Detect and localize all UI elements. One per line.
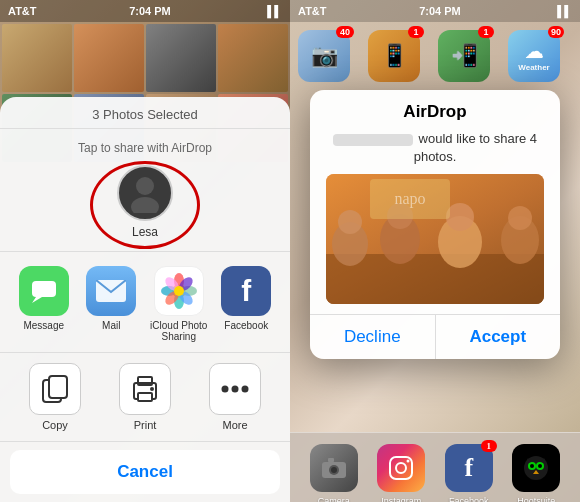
hs-app-2[interactable]: 📱 1 — [368, 30, 420, 82]
facebook-icon[interactable]: f — [221, 266, 271, 316]
action-icons-row: Copy Print — [0, 353, 290, 442]
app-icons-row: Message Mail — [0, 252, 290, 353]
badge-40: 40 — [336, 26, 354, 38]
action-more[interactable]: More — [200, 363, 270, 431]
dock: Camera Instagram f 1 Facebook — [290, 432, 580, 502]
left-phone: AT&T 7:04 PM ▐ ▌ 3 Photos Selected Tap t… — [0, 0, 290, 502]
svg-point-47 — [538, 464, 542, 468]
facebook-badge: 1 — [481, 440, 497, 452]
status-bar-right: AT&T 7:04 PM ▐ ▌ — [290, 0, 580, 22]
svg-point-0 — [136, 177, 154, 195]
hs-app-3[interactable]: 📲 1 — [438, 30, 490, 82]
action-print[interactable]: Print — [110, 363, 180, 431]
instagram-icon — [387, 454, 415, 482]
share-app-facebook[interactable]: f Facebook — [217, 266, 275, 342]
photos-pinwheel-icon — [160, 272, 198, 310]
icloud-photo-icon[interactable] — [154, 266, 204, 316]
message-app-label: Message — [23, 320, 64, 331]
mail-envelope-icon — [96, 280, 126, 302]
airdrop-photo-preview: napo — [326, 174, 544, 304]
mail-app-label: Mail — [102, 320, 120, 331]
dock-hootsuite[interactable]: Hootsuite — [512, 444, 560, 492]
airdrop-dialog: AirDrop would like to share 4 photos. — [310, 90, 560, 359]
svg-rect-19 — [138, 393, 152, 401]
print-label: Print — [134, 419, 157, 431]
message-icon[interactable] — [19, 266, 69, 316]
airdrop-share-message: would like to share 4 photos. — [414, 131, 537, 164]
more-icon-box[interactable] — [209, 363, 261, 415]
print-icon-box[interactable] — [119, 363, 171, 415]
status-bar-left: AT&T 7:04 PM ▐ ▌ — [0, 0, 290, 22]
dock-camera[interactable]: Camera — [310, 444, 358, 492]
hs-app-1[interactable]: 📷 40 — [298, 30, 350, 82]
svg-rect-2 — [32, 281, 56, 297]
photo-thumb[interactable] — [2, 24, 72, 92]
decline-button[interactable]: Decline — [310, 315, 436, 359]
share-app-mail[interactable]: Mail — [82, 266, 140, 342]
dock-instagram[interactable]: Instagram — [377, 444, 425, 492]
photo-thumb[interactable] — [74, 24, 144, 92]
svg-point-38 — [331, 467, 337, 473]
svg-point-27 — [338, 210, 362, 234]
airdrop-person[interactable]: Lesa — [117, 165, 173, 239]
time-left: 7:04 PM — [129, 5, 171, 17]
copy-icon — [41, 374, 69, 404]
airdrop-dialog-message: would like to share 4 photos. — [310, 126, 560, 174]
cancel-button[interactable]: Cancel — [10, 450, 280, 494]
copy-label: Copy — [42, 419, 68, 431]
battery-left: ▐ ▌ — [263, 5, 282, 17]
svg-point-41 — [396, 463, 406, 473]
preview-image-svg: napo — [326, 174, 544, 304]
svg-point-46 — [530, 464, 534, 468]
camera-dock-icon[interactable] — [310, 444, 358, 492]
person-silhouette-icon — [125, 173, 165, 213]
share-sheet: 3 Photos Selected Tap to share with AirD… — [0, 97, 290, 502]
hootsuite-dock-icon[interactable] — [512, 444, 560, 492]
facebook-app-label: Facebook — [224, 320, 268, 331]
camera-dock-label: Camera — [318, 496, 350, 503]
facebook-dock-icon[interactable]: f 1 — [445, 444, 493, 492]
airdrop-avatar[interactable] — [117, 165, 173, 221]
more-label: More — [222, 419, 247, 431]
message-bubble-icon — [30, 277, 58, 305]
right-phone: AT&T 7:04 PM ▐ ▌ 📷 40 📱 1 📲 1 ☁ Weather … — [290, 0, 580, 502]
share-app-icloud[interactable]: iCloud Photo Sharing — [150, 266, 208, 342]
svg-rect-39 — [328, 458, 334, 462]
instagram-dock-icon[interactable] — [377, 444, 425, 492]
facebook-dock-label: Facebook — [449, 496, 489, 503]
instagram-dock-label: Instagram — [381, 496, 421, 503]
svg-point-33 — [508, 206, 532, 230]
svg-point-31 — [446, 203, 474, 231]
hootsuite-icon — [522, 454, 550, 482]
homescreen-icons: 📷 40 📱 1 📲 1 ☁ Weather 90 — [290, 22, 580, 90]
camera-icon — [320, 456, 348, 480]
airdrop-sender-name — [333, 134, 413, 146]
svg-point-21 — [222, 386, 229, 393]
copy-icon-box[interactable] — [29, 363, 81, 415]
battery-right: ▐ ▌ — [553, 5, 572, 17]
share-app-message[interactable]: Message — [15, 266, 73, 342]
svg-point-22 — [232, 386, 239, 393]
badge-1: 1 — [408, 26, 424, 38]
photo-thumb[interactable] — [218, 24, 288, 92]
photo-thumb[interactable] — [146, 24, 216, 92]
svg-point-23 — [242, 386, 249, 393]
svg-point-42 — [407, 459, 410, 462]
airdrop-section[interactable]: Tap to share with AirDrop Lesa — [0, 129, 290, 252]
airdrop-person-name: Lesa — [132, 225, 158, 239]
more-dots-icon — [220, 384, 250, 394]
dock-facebook[interactable]: f 1 Facebook — [445, 444, 493, 492]
mail-icon[interactable] — [86, 266, 136, 316]
svg-rect-16 — [49, 376, 67, 398]
photo-preview-image: napo — [326, 174, 544, 304]
action-copy[interactable]: Copy — [20, 363, 90, 431]
weather-badge: 90 — [548, 26, 564, 38]
svg-text:napo: napo — [394, 190, 425, 208]
hs-app-weather[interactable]: ☁ Weather 90 — [508, 30, 560, 82]
carrier-left: AT&T — [8, 5, 37, 17]
accept-button[interactable]: Accept — [436, 315, 561, 359]
hootsuite-dock-label: Hootsuite — [517, 496, 555, 503]
time-right: 7:04 PM — [419, 5, 461, 17]
icloud-app-label: iCloud Photo Sharing — [150, 320, 208, 342]
svg-point-1 — [131, 197, 159, 213]
